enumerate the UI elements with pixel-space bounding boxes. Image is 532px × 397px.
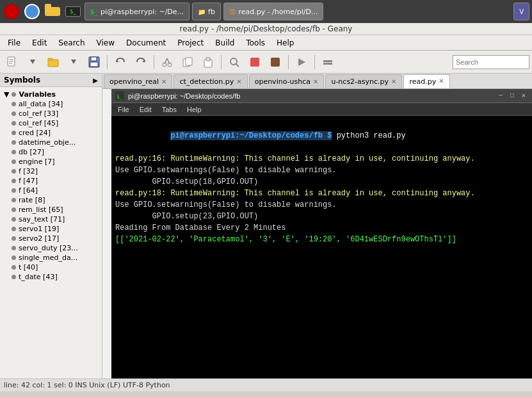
tab-u-ncs2-async[interactable]: u-ncs2-async.py ✕	[325, 74, 402, 88]
color-btn-1[interactable]	[245, 53, 264, 71]
list-item[interactable]: servo1 [19]	[1, 224, 101, 234]
tab-ct-detection[interactable]: ct_detection.py ✕	[173, 74, 247, 88]
tab-close-u-ncs2-async[interactable]: ✕	[391, 79, 396, 85]
terminal-taskbar-icon[interactable]: $_	[64, 3, 82, 20]
tab-close-ct-detection[interactable]: ✕	[236, 79, 241, 85]
taskbar-btn-terminal[interactable]: $_ pi@raspberrypi: ~/De...	[85, 3, 189, 20]
new-dropdown-button[interactable]	[23, 53, 42, 71]
list-item[interactable]: t [40]	[1, 263, 101, 272]
svg-rect-11	[90, 62, 98, 67]
item-dot	[12, 150, 16, 154]
sidebar-toggle[interactable]: ▶	[93, 77, 98, 84]
svg-rect-19	[186, 58, 192, 65]
list-item[interactable]: col_ref [33]	[1, 109, 101, 118]
color-btn-2[interactable]	[266, 53, 285, 71]
find-button[interactable]	[225, 53, 244, 71]
list-item[interactable]: servo_duty [23...	[1, 243, 101, 253]
list-item[interactable]: all_data [34]	[1, 99, 101, 109]
menu-tools[interactable]: Tools	[241, 37, 270, 49]
menu-document[interactable]: Document	[121, 37, 171, 49]
terminal-body[interactable]: pi@raspberrypi:~/Desktop/codes/fb $ pyth…	[111, 116, 532, 248]
tab-read-py[interactable]: read.py ✕	[403, 74, 449, 88]
taskbar-btn-geany[interactable]: 😊 read.py - /home/pi/D...	[223, 3, 323, 20]
copy-button[interactable]	[178, 53, 197, 71]
menu-file[interactable]: File	[3, 37, 26, 49]
list-item[interactable]: col_ref [45]	[1, 118, 101, 128]
terminal-close-button[interactable]: ✕	[519, 92, 528, 101]
new-button[interactable]	[3, 53, 22, 71]
menu-edit[interactable]: Edit	[27, 37, 52, 49]
list-item[interactable]: datetime_obje...	[1, 138, 101, 147]
list-item[interactable]: db [27]	[1, 147, 101, 157]
item-dot	[12, 159, 16, 164]
list-item[interactable]: f [47]	[1, 176, 101, 186]
list-item[interactable]: rem_list [65]	[1, 205, 101, 215]
tab-close-openvino-real[interactable]: ✕	[161, 79, 166, 85]
terminal-menu-file[interactable]: File	[114, 104, 133, 115]
open-button[interactable]	[44, 53, 63, 71]
tab-openvino-real[interactable]: openvino_real ✕	[104, 74, 172, 88]
sidebar-section-header[interactable]: ▼ Variables	[1, 90, 101, 99]
item-dot	[12, 207, 16, 212]
list-item[interactable]: cred [24]	[1, 128, 101, 138]
menubar: File Edit Search View Document Project B…	[0, 35, 532, 51]
terminal-maximize-button[interactable]: □	[508, 92, 517, 101]
paste-button[interactable]	[198, 53, 218, 71]
taskbar-btn-right[interactable]: V	[513, 3, 529, 20]
folder-taskbar-icon[interactable]	[44, 3, 61, 20]
toolbar-sep-4	[288, 55, 289, 69]
raspi-taskbar-icon[interactable]	[3, 3, 20, 20]
undo-button[interactable]	[111, 53, 130, 71]
list-item[interactable]: servo2 [17]	[1, 234, 101, 243]
menu-project[interactable]: Project	[172, 37, 209, 49]
menu-search[interactable]: Search	[53, 37, 90, 49]
list-item[interactable]: t_date [43]	[1, 272, 101, 282]
open-dropdown-button[interactable]	[64, 53, 83, 71]
terminal-panel: $_ pi@raspberrypi: ~/Desktop/codes/fb ─ …	[111, 89, 532, 378]
menu-view[interactable]: View	[92, 37, 120, 49]
section-dot	[12, 92, 16, 97]
run-button[interactable]	[292, 53, 311, 71]
code-editor: 39 40 41 42 43 44 45 46 47 48 49 50 51 5…	[102, 89, 532, 378]
list-item[interactable]: f [64]	[1, 186, 101, 195]
toolbar-sep-2	[154, 55, 154, 69]
search-input[interactable]	[453, 55, 529, 69]
svg-rect-10	[91, 57, 97, 61]
list-item[interactable]: engine [7]	[1, 157, 101, 166]
item-dot	[12, 140, 16, 145]
tab-close-openvino-ushca[interactable]: ✕	[313, 79, 318, 85]
terminal-prompt-line: pi@raspberrypi:~/Desktop/codes/fb $ pyth…	[115, 118, 528, 153]
terminal-menu-edit[interactable]: Edit	[136, 104, 156, 115]
statusbar: line: 42 col: 1 sel: 0 INS Unix (LF) UTF…	[0, 378, 532, 391]
tab-close-read-py[interactable]: ✕	[439, 78, 444, 85]
terminal-line-1: Use GPIO.setwarnings(False) to disable w…	[115, 165, 528, 176]
terminal-menu-tabs[interactable]: Tabs	[158, 104, 181, 115]
terminal-line-7: [['2021-02-22', 'Paracetamol', '3', 'E',…	[115, 234, 528, 245]
list-item[interactable]: rate [8]	[1, 195, 101, 205]
svg-rect-21	[206, 58, 210, 61]
list-item[interactable]: single_med_da...	[1, 253, 101, 263]
cut-button[interactable]	[157, 53, 177, 71]
item-dot	[12, 169, 16, 174]
toolbar-sep-5	[314, 55, 315, 69]
menu-help[interactable]: Help	[271, 37, 299, 49]
redo-button[interactable]	[131, 53, 150, 71]
terminal-line-3: read.py:18: RuntimeWarning: This channel…	[115, 188, 528, 199]
sidebar: Symbols ▶ ▼ Variables all_data [34] col_…	[0, 74, 102, 378]
save-button[interactable]	[85, 53, 104, 71]
section-label: Variables	[19, 90, 56, 99]
item-dot	[12, 188, 16, 193]
menu-build[interactable]: Build	[210, 37, 239, 49]
terminal-minimize-button[interactable]: ─	[496, 92, 505, 101]
list-item[interactable]: f [32]	[1, 166, 101, 176]
tab-openvino-ushca[interactable]: openvino-ushca ✕	[249, 74, 325, 88]
terminal-line-4: Use GPIO.setwarnings(False) to disable w…	[115, 199, 528, 211]
globe-taskbar-icon[interactable]	[23, 3, 41, 20]
terminal-menu-help[interactable]: Help	[183, 104, 206, 115]
prev-error-button[interactable]	[318, 53, 337, 71]
item-dot	[12, 227, 16, 231]
list-item[interactable]: say_text [71]	[1, 215, 101, 224]
taskbar-btn-fb[interactable]: 📁 fb	[192, 3, 221, 20]
svg-marker-8	[71, 60, 76, 64]
svg-marker-5	[30, 60, 35, 64]
